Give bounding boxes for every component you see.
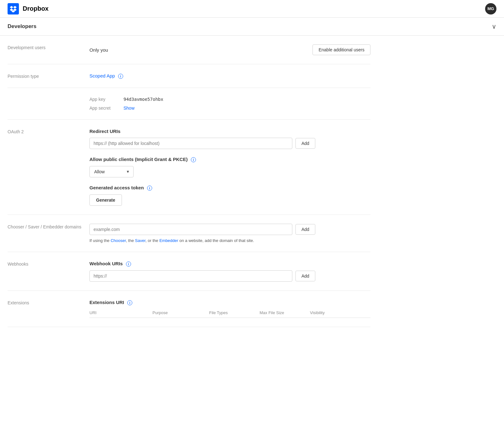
webhook-info-icon[interactable]: i	[126, 262, 131, 267]
app-key-value: 94d3avmoe57ohbx	[123, 97, 163, 102]
app-credentials-row: App key 94d3avmoe57ohbx App secret Show	[8, 88, 370, 120]
generated-token-info-icon[interactable]: i	[147, 186, 152, 191]
oauth2-row: OAuth 2 Redirect URIs Add Allow public c…	[8, 120, 370, 215]
permission-type-info-icon[interactable]: i	[118, 74, 123, 79]
chooser-input-row: Add	[89, 224, 370, 235]
enable-additional-users-button[interactable]: Enable additional users	[312, 44, 370, 55]
webhook-add-button[interactable]: Add	[295, 271, 315, 281]
dev-users-value: Only you	[89, 47, 108, 53]
allow-select[interactable]: Allow Disallow	[89, 166, 134, 177]
generated-token-section: Generated access token i Generate	[89, 185, 370, 206]
chooser-add-button[interactable]: Add	[295, 224, 315, 235]
dev-users-label: Development users	[8, 44, 89, 50]
dev-users-content: Only you Enable additional users	[89, 44, 370, 55]
chooser-description: If using the Chooser, the Saver, or the …	[89, 238, 370, 243]
app-title: Dropbox	[23, 5, 49, 12]
webhook-input-row: Add	[89, 270, 370, 282]
app-secret-label: App secret	[89, 106, 121, 111]
chooser-label: Chooser / Saver / Embedder domains	[8, 224, 89, 229]
generate-token-button[interactable]: Generate	[89, 194, 122, 206]
avatar[interactable]: MG	[485, 3, 496, 14]
ext-col-visibility: Visibility	[310, 310, 370, 315]
header: Dropbox MG	[0, 0, 504, 18]
developers-title: Developers	[8, 23, 37, 30]
permission-type-link[interactable]: Scoped App	[89, 73, 115, 78]
saver-link[interactable]: Saver	[135, 238, 146, 243]
allow-public-clients-section: Allow public clients (Implicit Grant & P…	[89, 157, 370, 177]
app-key-label: App key	[89, 97, 121, 102]
webhook-uri-input[interactable]	[89, 270, 292, 282]
allow-public-info-icon[interactable]: i	[191, 157, 196, 162]
chooser-row: Chooser / Saver / Embedder domains Add I…	[8, 215, 370, 252]
app-secret-row: App secret Show	[89, 106, 370, 111]
allow-public-heading: Allow public clients (Implicit Grant & P…	[89, 157, 370, 162]
app-secret-show-link[interactable]: Show	[123, 106, 135, 111]
app-credentials-label	[8, 97, 89, 97]
extensions-table-header: URI Purpose File Types Max File Size Vis…	[89, 310, 370, 318]
redirect-uri-input[interactable]	[89, 138, 292, 149]
chevron-down-icon[interactable]: ∨	[492, 23, 496, 30]
extensions-uri-heading: Extensions URI i	[89, 300, 370, 305]
oauth2-content: Redirect URIs Add Allow public clients (…	[89, 129, 370, 206]
permission-type-label: Permission type	[8, 73, 89, 79]
app-key-row: App key 94d3avmoe57ohbx	[89, 97, 370, 102]
redirect-uris-input-row: Add	[89, 138, 370, 149]
webhooks-content: Webhook URIs i Add	[89, 261, 370, 282]
main-content: Development users Only you Enable additi…	[0, 36, 378, 327]
chooser-link[interactable]: Chooser	[111, 238, 126, 243]
extensions-label: Extensions	[8, 300, 89, 305]
developers-bar[interactable]: Developers ∨	[0, 18, 504, 36]
chooser-content: Add If using the Chooser, the Saver, or …	[89, 224, 370, 243]
redirect-uris-section: Redirect URIs Add	[89, 129, 370, 149]
ext-col-purpose: Purpose	[152, 310, 209, 315]
permission-type-content: Scoped App i	[89, 73, 370, 79]
redirect-uri-add-button[interactable]: Add	[295, 138, 315, 149]
app-credentials-content: App key 94d3avmoe57ohbx App secret Show	[89, 97, 370, 111]
logo-area: Dropbox	[8, 3, 49, 14]
extensions-row: Extensions Extensions URI i URI Purpose …	[8, 291, 370, 327]
dropbox-logo-icon	[8, 3, 19, 14]
permission-type-row: Permission type Scoped App i	[8, 64, 370, 88]
allow-select-wrapper: Allow Disallow ▼	[89, 166, 134, 177]
ext-col-uri: URI	[89, 310, 152, 315]
ext-col-filetypes: File Types	[209, 310, 260, 315]
extensions-info-icon[interactable]: i	[127, 300, 132, 305]
redirect-uris-heading: Redirect URIs	[89, 129, 370, 134]
ext-col-filesize: Max File Size	[260, 310, 310, 315]
extensions-content: Extensions URI i URI Purpose File Types …	[89, 300, 370, 318]
webhooks-label: Webhooks	[8, 261, 89, 267]
webhook-uris-heading: Webhook URIs i	[89, 261, 370, 267]
generated-token-heading: Generated access token i	[89, 185, 370, 191]
dev-users-row: Development users Only you Enable additi…	[8, 36, 370, 64]
chooser-domain-input[interactable]	[89, 224, 292, 235]
oauth2-label: OAuth 2	[8, 129, 89, 134]
webhooks-row: Webhooks Webhook URIs i Add	[8, 252, 370, 291]
embedder-link[interactable]: Embedder	[159, 238, 178, 243]
